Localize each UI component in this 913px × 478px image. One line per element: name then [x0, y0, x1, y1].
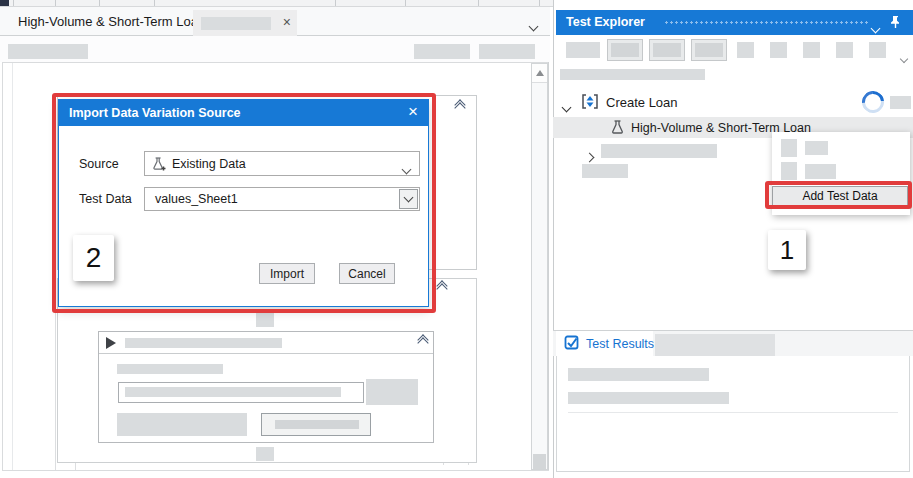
flask-icon [610, 119, 625, 135]
results-panel [556, 356, 910, 472]
redacted-suite-status [890, 96, 911, 109]
annotation-box-1 [765, 181, 912, 209]
redacted-card-title [125, 338, 282, 348]
toolbar-overflow-chevron-icon[interactable] [901, 48, 907, 66]
annotation-step-badge-2: 2 [73, 235, 114, 281]
triangle-up-icon [536, 70, 544, 76]
canvas-scrollbar[interactable] [531, 63, 548, 470]
tab-overflow-chevron-icon[interactable] [530, 16, 537, 34]
tab-redacted-inactive[interactable] [655, 334, 775, 356]
canvas-left-border [2, 62, 3, 470]
tree-collapse-chevron-icon[interactable] [586, 147, 593, 165]
collapse-section-icon[interactable] [456, 101, 464, 112]
top-strip-divider [405, 0, 406, 6]
card-button[interactable] [261, 413, 371, 436]
redacted-menu-item[interactable] [805, 141, 828, 155]
redacted-tree-item[interactable] [582, 164, 628, 178]
top-strip-divider [55, 0, 56, 6]
top-strip-divider [99, 0, 100, 6]
tree-row-suite[interactable]: Create Loan [553, 88, 913, 117]
card-text-input[interactable] [118, 382, 364, 403]
redacted-tree-item[interactable] [601, 144, 717, 158]
test-explorer-title-bar[interactable]: Test Explorer [556, 10, 913, 35]
canvas-right-border [548, 62, 549, 470]
top-strip-divider [478, 0, 479, 6]
top-strip-divider [13, 0, 14, 6]
play-icon[interactable] [106, 337, 116, 349]
redacted-toolbar-control[interactable] [8, 44, 88, 59]
redacted-toolbar-control[interactable] [414, 44, 470, 59]
collapse-card-icon[interactable] [419, 336, 427, 347]
inactive-document-tab[interactable]: × [193, 10, 297, 36]
action-card [98, 331, 434, 443]
top-strip-divider [335, 0, 336, 6]
panel-chevron-down-icon[interactable] [872, 18, 879, 36]
annotation-step-badge-1: 1 [768, 230, 806, 270]
checked-checkbox-icon [564, 335, 580, 351]
redacted-button-label [275, 420, 359, 429]
tree-expand-chevron-icon[interactable] [563, 97, 570, 115]
tab-test-results-label: Test Results [586, 337, 654, 351]
redacted-input-value [125, 387, 341, 397]
flow-connector-node [256, 313, 274, 327]
redacted-tool-glyph [695, 43, 723, 57]
pin-icon[interactable] [890, 15, 901, 29]
scrollbar-thumb[interactable] [533, 454, 546, 469]
redacted-tab-title [201, 17, 271, 30]
canvas-guide-line [55, 313, 56, 470]
redacted-explorer-tool[interactable] [836, 42, 853, 58]
test-explorer-title: Test Explorer [566, 15, 645, 29]
redacted-menu-icon [781, 139, 797, 157]
redacted-field-label [117, 364, 223, 374]
redacted-menu-icon [781, 162, 797, 180]
results-divider [568, 412, 898, 413]
application-window: High-Volume & Short-Term Loan × [0, 0, 913, 478]
progress-spinner [858, 87, 889, 118]
top-strip-divider [539, 0, 540, 6]
redacted-explorer-tool[interactable] [869, 42, 886, 58]
redacted-explorer-tool-framed[interactable] [607, 39, 643, 61]
redacted-footer-label [117, 413, 247, 436]
redacted-side-control[interactable] [366, 379, 418, 405]
top-strip-dark-block [0, 0, 9, 6]
redacted-explorer-tool[interactable] [803, 42, 820, 58]
redacted-result-line [568, 368, 709, 381]
redacted-menu-item[interactable] [805, 164, 836, 179]
title-bar-grip-dots [664, 20, 869, 26]
redacted-result-line [568, 392, 729, 404]
tab-test-results[interactable]: Test Results [556, 331, 653, 356]
collapse-section-icon[interactable] [438, 282, 446, 293]
redacted-tool-glyph [611, 43, 639, 57]
canvas-top-border [2, 62, 549, 63]
scrollbar-up-button[interactable] [532, 64, 547, 83]
redacted-toolbar-control[interactable] [479, 44, 535, 59]
redacted-explorer-tool[interactable] [566, 42, 600, 58]
redacted-explorer-tool[interactable] [770, 42, 787, 58]
suite-label[interactable]: Create Loan [606, 95, 678, 110]
canvas-bottom-border [2, 470, 549, 471]
redacted-explorer-tool-framed[interactable] [691, 39, 727, 61]
redacted-explorer-bar [560, 69, 705, 80]
top-strip-divider [154, 0, 155, 6]
flow-connector-node [256, 447, 274, 461]
tab-close-icon[interactable]: × [283, 14, 291, 30]
canvas-guide-line [12, 63, 13, 470]
redacted-tool-glyph [653, 43, 681, 57]
active-document-tab[interactable]: High-Volume & Short-Term Loan [18, 14, 205, 29]
redacted-explorer-tool-framed[interactable] [649, 39, 685, 61]
test-suite-icon [581, 93, 599, 110]
redacted-explorer-tool[interactable] [737, 42, 754, 58]
